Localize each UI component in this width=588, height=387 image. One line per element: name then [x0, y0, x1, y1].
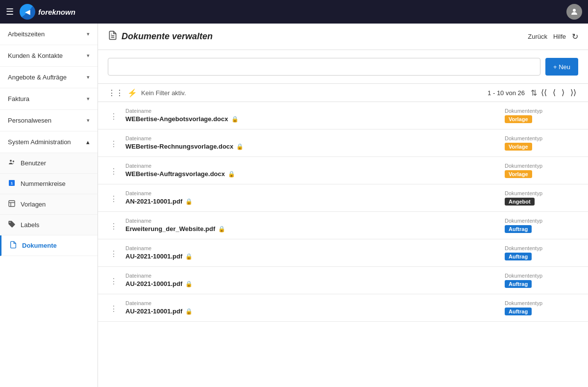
page-last-button[interactable]: ⟩⟩: [568, 88, 578, 98]
help-button[interactable]: Hilfe: [553, 33, 566, 40]
sidebar-item-nummernkreise[interactable]: 1 Nummernkreise: [0, 174, 98, 194]
chevron-up-icon: ▴: [86, 138, 90, 146]
avatar[interactable]: [566, 4, 582, 20]
row-menu-icon[interactable]: ⋮: [108, 137, 120, 151]
number-icon: 1: [8, 179, 16, 188]
row-menu-icon[interactable]: ⋮: [108, 220, 120, 233]
layout: Arbeitszeiten ▾ Kunden & Kontakte ▾ Ange…: [0, 24, 588, 387]
sidebar-item-vorlagen[interactable]: Vorlagen: [0, 194, 98, 215]
document-table: ⋮ Dateiname WEBertise-Angebotsvorlage.do…: [98, 102, 588, 387]
type-badge: Vorlage: [505, 143, 532, 151]
type-badge: Angebot: [505, 198, 535, 206]
col-label-doctype: Dokumententyp: [505, 300, 578, 306]
chevron-icon: ▾: [87, 31, 90, 37]
system-admin-subnav: Benutzer 1 Nummernkreise Vorlagen Labels: [0, 153, 98, 256]
hamburger-menu[interactable]: ☰: [6, 6, 14, 17]
type-badge: Vorlage: [505, 170, 532, 178]
row-type-section: Dokumententyp Vorlage: [505, 163, 578, 178]
type-badge: Auftrag: [505, 280, 532, 288]
new-button[interactable]: + Neu: [545, 58, 578, 76]
row-menu-icon[interactable]: ⋮: [108, 110, 120, 123]
lock-icon: 🔒: [185, 198, 193, 205]
page-prev-button[interactable]: ⟨: [551, 88, 558, 98]
sidebar-item-labels[interactable]: Labels: [0, 215, 98, 235]
search-input[interactable]: [108, 58, 540, 76]
col-label-filename: Dateiname: [125, 135, 499, 141]
table-row: ⋮ Dateiname AU-2021-10001.pdf 🔒 Dokument…: [98, 239, 588, 267]
type-badge: Auftrag: [505, 308, 532, 315]
row-filename: WEBertise-Rechnungsvorlage.docx 🔒: [125, 143, 499, 150]
lock-icon: 🔒: [231, 116, 239, 123]
sidebar: Arbeitszeiten ▾ Kunden & Kontakte ▾ Ange…: [0, 24, 98, 387]
row-menu-icon[interactable]: ⋮: [108, 302, 120, 315]
col-label-filename: Dateiname: [125, 190, 499, 196]
row-filename: AU-2021-10001.pdf 🔒: [125, 253, 499, 260]
sidebar-item-arbeitszeiten[interactable]: Arbeitszeiten ▾: [0, 24, 98, 45]
sidebar-item-angebote[interactable]: Angebote & Aufträge ▾: [0, 67, 98, 88]
back-button[interactable]: Zurück: [528, 33, 547, 40]
row-content: Dateiname Erweiterung_der_Website.pdf 🔒: [125, 218, 499, 232]
sidebar-item-personalwesen[interactable]: Personalwesen ▾: [0, 110, 98, 131]
sidebar-item-system-admin[interactable]: System Administration ▴: [0, 131, 98, 153]
col-label-doctype: Dokumententyp: [505, 218, 578, 224]
logo-text: foreknown: [38, 8, 75, 16]
page-next-button[interactable]: ⟩: [560, 88, 566, 98]
page-doc-icon: [108, 30, 118, 43]
col-label-doctype: Dokumententyp: [505, 245, 578, 251]
logo: ◀ foreknown: [20, 4, 75, 20]
row-content: Dateiname WEBertise-Rechnungsvorlage.doc…: [125, 135, 499, 150]
main-header: Dokumente verwalten Zurück Hilfe ↻: [98, 24, 588, 50]
col-label-filename: Dateiname: [125, 273, 499, 279]
type-badge: Auftrag: [505, 253, 532, 260]
users-icon: [8, 158, 16, 168]
select-all-icon[interactable]: ⋮⋮: [108, 88, 123, 98]
col-label-filename: Dateiname: [125, 218, 499, 224]
row-menu-icon[interactable]: ⋮: [108, 275, 120, 288]
table-row: ⋮ Dateiname AN-2021-10001.pdf 🔒 Dokument…: [98, 184, 588, 212]
sort-icon[interactable]: ⇅: [531, 88, 537, 98]
row-type-section: Dokumententyp Auftrag: [505, 300, 578, 315]
page-title-section: Dokumente verwalten: [108, 30, 213, 43]
page-first-button[interactable]: ⟨⟨: [539, 88, 549, 98]
row-type-section: Dokumententyp Vorlage: [505, 108, 578, 123]
row-content: Dateiname AU-2021-10001.pdf 🔒: [125, 273, 499, 287]
svg-point-8: [9, 222, 10, 223]
table-row: ⋮ Dateiname AU-2021-10001.pdf 🔒 Dokument…: [98, 294, 588, 322]
pagination: 1 - 10 von 26 ⇅ ⟨⟨ ⟨ ⟩ ⟩⟩: [488, 88, 578, 98]
filter-status: Kein Filter aktiv.: [141, 89, 484, 97]
filter-icon[interactable]: ⚡: [127, 88, 137, 98]
svg-point-1: [10, 160, 12, 162]
type-badge: Auftrag: [505, 225, 532, 233]
row-content: Dateiname WEBertise-Auftragsvorlage.docx…: [125, 163, 499, 178]
table-row: ⋮ Dateiname WEBertise-Angebotsvorlage.do…: [98, 102, 588, 129]
row-filename: Erweiterung_der_Website.pdf 🔒: [125, 225, 499, 232]
chevron-icon: ▾: [87, 117, 90, 124]
search-section: + Neu: [98, 50, 588, 84]
refresh-button[interactable]: ↻: [572, 32, 578, 41]
col-label-doctype: Dokumententyp: [505, 273, 578, 279]
sidebar-item-faktura[interactable]: Faktura ▾: [0, 88, 98, 110]
pagination-info: 1 - 10 von 26: [488, 89, 525, 97]
row-type-section: Dokumententyp Auftrag: [505, 273, 578, 288]
row-menu-icon[interactable]: ⋮: [108, 247, 120, 260]
svg-point-0: [573, 9, 576, 12]
col-label-doctype: Dokumententyp: [505, 108, 578, 114]
sidebar-item-kunden[interactable]: Kunden & Kontakte ▾: [0, 45, 98, 67]
chevron-icon: ▾: [87, 96, 90, 102]
row-type-section: Dokumententyp Auftrag: [505, 245, 578, 260]
row-menu-icon[interactable]: ⋮: [108, 192, 120, 206]
main-content: Dokumente verwalten Zurück Hilfe ↻ + Neu…: [98, 24, 588, 387]
sidebar-item-benutzer[interactable]: Benutzer: [0, 153, 98, 174]
row-content: Dateiname WEBertise-Angebotsvorlage.docx…: [125, 108, 499, 123]
type-badge: Vorlage: [505, 115, 532, 123]
row-type-section: Dokumententyp Auftrag: [505, 218, 578, 233]
chevron-icon: ▾: [87, 74, 90, 80]
col-label-doctype: Dokumententyp: [505, 190, 578, 196]
lock-icon: 🔒: [185, 308, 193, 315]
table-row: ⋮ Dateiname Erweiterung_der_Website.pdf …: [98, 212, 588, 239]
row-menu-icon[interactable]: ⋮: [108, 165, 120, 178]
col-label-filename: Dateiname: [125, 300, 499, 306]
search-row: + Neu: [108, 58, 578, 76]
sidebar-item-dokumente[interactable]: Dokumente: [0, 235, 98, 256]
lock-icon: 🔒: [185, 253, 193, 260]
